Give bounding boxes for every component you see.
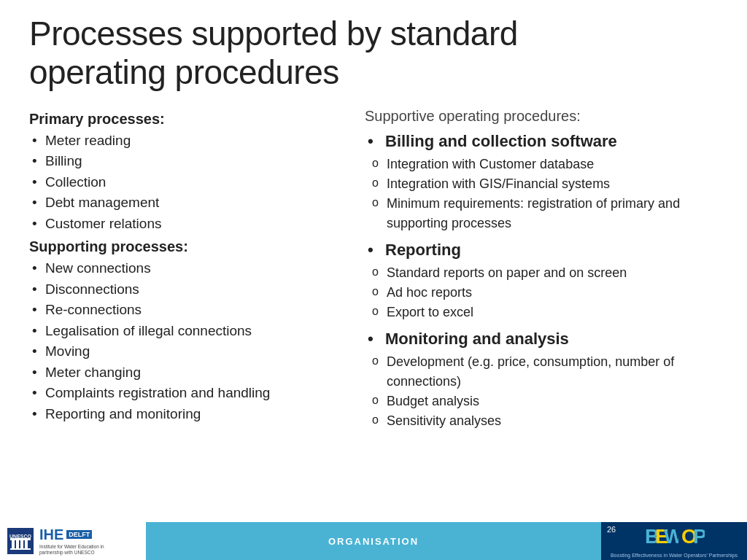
svg-text:P: P	[693, 525, 705, 548]
list-item: Reporting and monitoring	[29, 404, 343, 425]
primary-heading: Primary processes:	[29, 111, 343, 128]
list-item: Debt management	[29, 192, 343, 214]
svg-rect-6	[10, 538, 31, 540]
svg-rect-7	[10, 548, 31, 550]
monitoring-bullet: Monitoring and analysis	[365, 327, 718, 351]
right-column: Supportive operating procedures: Billing…	[365, 108, 718, 515]
svg-rect-5	[25, 540, 28, 548]
list-item: Customer relations	[29, 214, 343, 235]
page-number: 26	[607, 525, 616, 534]
title-line2: operating procedures	[29, 53, 339, 91]
list-item: Integration with GIS/Financial systems	[365, 174, 718, 194]
list-item: Integration with Customer database	[365, 155, 718, 174]
supporting-bullets-list: New connections Disconnections Re-connec…	[29, 258, 343, 424]
svg-text:W: W	[664, 525, 678, 548]
ihe-description: Institute for Water Education in partner…	[39, 544, 120, 556]
columns: Primary processes: Meter reading Billing…	[29, 108, 718, 515]
svg-rect-2	[12, 540, 15, 548]
bewop-icon2: O P	[681, 523, 705, 552]
monitoring-subs: Development (e.g. price, consumption, nu…	[365, 352, 718, 431]
bewop-logo-area: B E W O P	[643, 523, 705, 552]
list-item: New connections	[29, 258, 343, 279]
list-item: Collection	[29, 172, 343, 193]
list-item: Export to excel	[365, 303, 718, 322]
list-item: Sensitivity analyses	[365, 411, 718, 431]
list-item: Disconnections	[29, 279, 343, 300]
bewop-icon: B E W	[643, 523, 678, 552]
svg-rect-3	[16, 540, 19, 548]
ihe-label: IHE	[39, 526, 63, 543]
left-column: Primary processes: Meter reading Billing…	[29, 108, 343, 515]
list-item: Development (e.g. price, consumption, nu…	[365, 352, 718, 392]
list-item: Complaints registration and handling	[29, 383, 343, 404]
reporting-subs: Standard reports on paper and on screen …	[365, 263, 718, 322]
bewop-subtitle: Boosting Effectiveness in Water Operator…	[606, 552, 742, 559]
unesco-icon: UNESCO	[7, 528, 34, 554]
content-area: Processes supported by standard operatin…	[0, 0, 747, 522]
list-item: Meter reading	[29, 131, 343, 152]
primary-bullets-list: Meter reading Billing Collection Debt ma…	[29, 131, 343, 235]
list-item: Billing	[29, 151, 343, 172]
billing-bullet: Billing and collection software	[365, 129, 718, 153]
list-item: Legalisation of illegal connections	[29, 321, 343, 342]
list-item: Minimum requirements: registration of pr…	[365, 194, 718, 233]
slide-title: Processes supported by standard operatin…	[29, 15, 718, 92]
list-item: Ad hoc reports	[365, 283, 718, 303]
list-item: Budget analysis	[365, 392, 718, 411]
billing-subs: Integration with Customer database Integ…	[365, 155, 718, 233]
supporting-heading: Supporting processes:	[29, 238, 343, 255]
list-item: Meter changing	[29, 362, 343, 384]
list-item: Moving	[29, 341, 343, 362]
ihe-logo-row: IHE DELFT	[39, 526, 120, 543]
list-item: Standard reports on paper and on screen	[365, 263, 718, 283]
footer: UNESCO IHE DELFT Institute for Water Edu…	[0, 522, 747, 560]
svg-text:UNESCO: UNESCO	[9, 534, 32, 539]
footer-logos: UNESCO IHE DELFT Institute for Water Edu…	[0, 522, 146, 560]
svg-rect-4	[20, 540, 23, 548]
title-line1: Processes supported by standard	[29, 15, 518, 52]
reporting-bullet: Reporting	[365, 238, 718, 262]
footer-label: ORGANISATION	[146, 536, 601, 547]
list-item: Re-connections	[29, 300, 343, 321]
slide: Processes supported by standard operatin…	[0, 0, 747, 560]
footer-bewop: 26 B E W O P Boosting Effectiveness in W…	[601, 522, 747, 560]
delft-badge: DELFT	[66, 530, 92, 539]
ihe-info: IHE DELFT Institute for Water Education …	[39, 526, 120, 556]
supportive-heading: Supportive operating procedures:	[365, 108, 718, 125]
